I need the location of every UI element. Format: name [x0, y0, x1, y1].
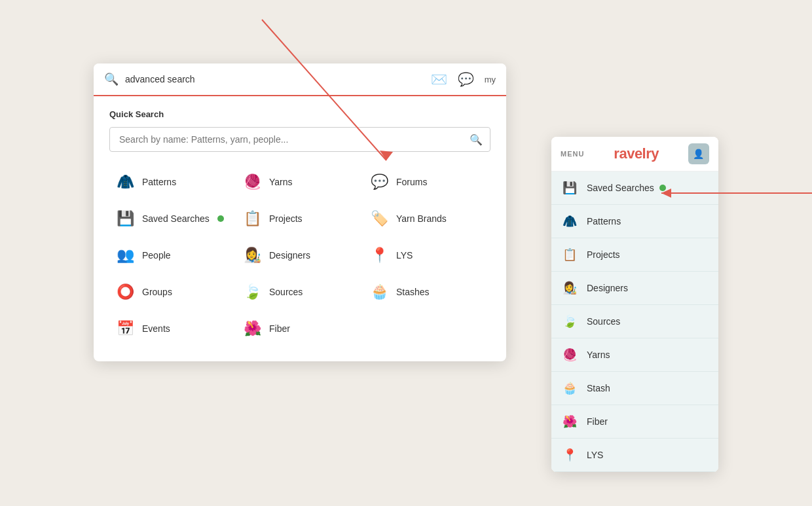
stashes-icon: 🧁 [369, 281, 390, 302]
saved-searches-icon: 💾 [115, 208, 136, 229]
quick-search-input[interactable] [109, 127, 490, 152]
search-grid-item-yarn-brands[interactable]: 🏷️Yarn Brands [363, 202, 490, 236]
projects-label: Projects [269, 213, 303, 224]
patterns-label: Patterns [142, 177, 176, 187]
search-dropdown: 🔍 advanced search ✉️ 💬 my Quick Search 🔍… [94, 63, 506, 361]
search-grid-item-designers[interactable]: 👩‍🎨Designers [236, 238, 363, 272]
search-input-container: 🔍 [109, 127, 490, 152]
lys-label: LYS [396, 250, 413, 261]
search-grid-item-fiber[interactable]: 🌺Fiber [236, 312, 363, 346]
menu-sources-icon: 🍃 [561, 312, 579, 331]
sources-icon: 🍃 [242, 281, 263, 302]
sources-label: Sources [269, 287, 303, 297]
menu-item-sources[interactable]: 🍃Sources [551, 305, 718, 338]
menu-header: MENU ravelry 👤 [551, 137, 718, 172]
menu-item-patterns[interactable]: 🧥Patterns [551, 205, 718, 238]
events-label: Events [142, 323, 170, 334]
ravelry-logo: ravelry [614, 145, 659, 162]
quick-search-panel: Quick Search 🔍 🧥Patterns🧶Yarns💬Forums💾Sa… [94, 96, 506, 361]
mail-icon[interactable]: ✉️ [431, 71, 447, 87]
avatar-icon: 👤 [693, 149, 704, 159]
search-grid-item-stashes[interactable]: 🧁Stashes [363, 275, 490, 309]
menu-patterns-icon: 🧥 [561, 212, 579, 230]
nav-icons: ✉️ 💬 my [431, 71, 496, 87]
events-icon: 📅 [115, 318, 136, 339]
menu-yarns-icon: 🧶 [561, 346, 579, 364]
designers-icon: 👩‍🎨 [242, 245, 263, 266]
search-grid-item-saved-searches[interactable]: 💾Saved Searches [109, 202, 236, 236]
avatar[interactable]: 👤 [688, 143, 709, 164]
search-grid-item-lys[interactable]: 📍LYS [363, 238, 490, 272]
menu-fiber-label: Fiber [587, 416, 608, 427]
search-grid-item-groups[interactable]: ⭕Groups [109, 275, 236, 309]
menu-projects-label: Projects [587, 249, 620, 260]
menu-item-designers[interactable]: 👩‍🎨Designers [551, 272, 718, 305]
menu-stash-label: Stash [587, 383, 610, 393]
yarn-brands-label: Yarn Brands [396, 213, 447, 224]
menu-item-saved-searches[interactable]: 💾Saved Searches [551, 172, 718, 205]
menu-lys-label: LYS [587, 450, 603, 460]
menu-item-fiber[interactable]: 🌺Fiber [551, 405, 718, 439]
yarns-label: Yarns [269, 177, 293, 187]
menu-panel: MENU ravelry 👤 💾Saved Searches🧥Patterns📋… [551, 137, 718, 472]
menu-saved-searches-label: Saved Searches [587, 183, 654, 193]
my-nav-label[interactable]: my [485, 75, 496, 84]
fiber-icon: 🌺 [242, 318, 263, 339]
menu-patterns-label: Patterns [587, 216, 621, 226]
stashes-label: Stashes [396, 287, 430, 297]
menu-designers-icon: 👩‍🎨 [561, 279, 579, 297]
menu-saved-searches-icon: 💾 [561, 179, 579, 197]
search-grid-item-patterns[interactable]: 🧥Patterns [109, 165, 236, 199]
designers-label: Designers [269, 250, 310, 261]
quick-search-title: Quick Search [109, 109, 490, 119]
menu-stash-icon: 🧁 [561, 379, 579, 397]
menu-item-projects[interactable]: 📋Projects [551, 238, 718, 272]
patterns-icon: 🧥 [115, 172, 136, 192]
search-icon: 🔍 [104, 72, 119, 86]
yarns-icon: 🧶 [242, 172, 263, 192]
people-label: People [142, 250, 171, 261]
search-grid-item-yarns[interactable]: 🧶Yarns [236, 165, 363, 199]
saved-searches-label: Saved Searches [142, 213, 210, 224]
search-grid: 🧥Patterns🧶Yarns💬Forums💾Saved Searches📋Pr… [109, 165, 490, 346]
people-icon: 👥 [115, 245, 136, 266]
menu-fiber-icon: 🌺 [561, 412, 579, 431]
projects-icon: 📋 [242, 208, 263, 229]
nav-search-text: advanced search [125, 74, 195, 84]
search-grid-item-people[interactable]: 👥People [109, 238, 236, 272]
menu-yarns-label: Yarns [587, 350, 610, 360]
chat-icon[interactable]: 💬 [458, 71, 474, 87]
menu-items-list: 💾Saved Searches🧥Patterns📋Projects👩‍🎨Desi… [551, 172, 718, 472]
menu-item-stash[interactable]: 🧁Stash [551, 372, 718, 405]
search-grid-item-projects[interactable]: 📋Projects [236, 202, 363, 236]
menu-designers-label: Designers [587, 283, 628, 293]
menu-label-text: MENU [561, 150, 584, 158]
menu-sources-label: Sources [587, 316, 620, 327]
menu-item-yarns[interactable]: 🧶Yarns [551, 338, 718, 372]
saved-searches-dot [217, 215, 224, 222]
search-grid-item-events[interactable]: 📅Events [109, 312, 236, 346]
search-grid-item-forums[interactable]: 💬Forums [363, 165, 490, 199]
groups-label: Groups [142, 287, 172, 297]
groups-icon: ⭕ [115, 281, 136, 302]
forums-icon: 💬 [369, 172, 390, 192]
menu-item-lys[interactable]: 📍LYS [551, 439, 718, 472]
search-grid-item-sources[interactable]: 🍃Sources [236, 275, 363, 309]
menu-saved-searches-dot [659, 185, 666, 191]
yarn-brands-icon: 🏷️ [369, 208, 390, 229]
lys-icon: 📍 [369, 245, 390, 266]
menu-lys-icon: 📍 [561, 446, 579, 464]
search-submit-icon[interactable]: 🔍 [470, 134, 483, 146]
nav-bar: 🔍 advanced search ✉️ 💬 my [94, 63, 506, 96]
forums-label: Forums [396, 177, 427, 187]
menu-projects-icon: 📋 [561, 245, 579, 264]
fiber-label: Fiber [269, 323, 290, 334]
